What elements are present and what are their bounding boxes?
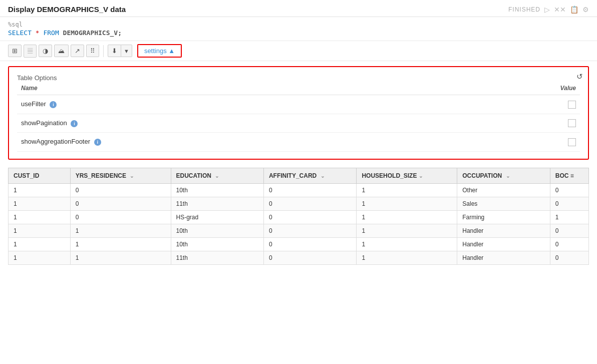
code-star: * xyxy=(36,29,44,37)
table-cell: 1 xyxy=(357,210,457,224)
table-cell: 1 xyxy=(357,224,457,237)
col-sort-icon-edu[interactable]: ⌄ xyxy=(215,173,219,179)
table-cell: HS-grad xyxy=(171,210,263,224)
table-cell: 0 xyxy=(550,224,588,237)
table-cell: 1 xyxy=(70,224,171,237)
page-header: Display DEMOGRAPHICS_V data FINISHED ▷ ✕… xyxy=(0,0,597,17)
table-row: 1110th01Handler0 xyxy=(9,237,589,251)
table-cell: 0 xyxy=(550,237,588,251)
table-cell: 0 xyxy=(550,251,588,264)
main-content: Table Options ↺ Name Value useFilter i xyxy=(0,61,597,270)
table-cell: 1 xyxy=(357,251,457,264)
table-cell: 11th xyxy=(171,197,263,210)
download-dropdown-btn[interactable]: ▼ xyxy=(121,45,132,57)
reset-icon[interactable]: ↺ xyxy=(576,72,583,81)
table-cell: 1 xyxy=(9,251,71,264)
download-btn[interactable]: ⬇ xyxy=(108,45,121,57)
table-cell: 1 xyxy=(357,183,457,197)
table-cell: 0 xyxy=(263,251,356,264)
table-cell: 1 xyxy=(357,237,457,251)
col-sort-icon-yrs[interactable]: ⌄ xyxy=(130,173,134,179)
col-sort-icon-occ[interactable]: ⌄ xyxy=(506,173,510,179)
settings-gear-icon[interactable]: ⚙ xyxy=(582,6,589,14)
toolbar: ⊞ 𝄚 ◑ ⛰ ↗ ⠿ ⬇ ▼ settings ▲ xyxy=(0,41,597,61)
col-header-education[interactable]: EDUCATION ⌄ xyxy=(171,168,263,183)
col-header-yrs[interactable]: YRS_RESIDENCE ⌄ xyxy=(70,168,171,183)
table-cell: 1 xyxy=(550,210,588,224)
col-header-affinity[interactable]: AFFINITY_CARD ⌄ xyxy=(263,168,356,183)
table-cell: 0 xyxy=(263,224,356,237)
name-col-header: Name xyxy=(17,82,460,95)
line-chart-btn[interactable]: ↗ xyxy=(71,45,84,57)
col-header-custid[interactable]: CUST_ID xyxy=(9,168,71,183)
option-row-usefilter: useFilter i xyxy=(17,95,580,114)
option-value-usefilter xyxy=(460,95,580,114)
table-cell: Other xyxy=(457,183,550,197)
options-table: Name Value useFilter i showPaginatio xyxy=(17,82,580,152)
col-header-occupation[interactable]: OCCUPATION ⌄ xyxy=(457,168,550,183)
table-row: 1011th01Sales0 xyxy=(9,197,589,210)
table-options-title: Table Options xyxy=(17,74,57,82)
table-cell: 10th xyxy=(171,183,263,197)
bar-chart-btn[interactable]: 𝄚 xyxy=(24,45,37,58)
checkbox-showaggregation[interactable] xyxy=(568,138,576,146)
option-row-showpagination: showPagination i xyxy=(17,114,580,133)
keyword-from: FROM xyxy=(43,29,59,37)
checkbox-usefilter[interactable] xyxy=(568,101,576,109)
table-cell: 1 xyxy=(70,237,171,251)
table-cell: 0 xyxy=(263,237,356,251)
col-sort-icon-hh[interactable]: ⌄ xyxy=(419,173,423,179)
table-cell: 0 xyxy=(263,210,356,224)
code-tag: %sql xyxy=(8,21,589,28)
table-cell: 0 xyxy=(263,183,356,197)
table-cell: 10th xyxy=(171,237,263,251)
pie-chart-btn[interactable]: ◑ xyxy=(39,45,52,57)
data-table-container: CUST_ID YRS_RESIDENCE ⌄ EDUCATION ⌄ AFFI… xyxy=(8,168,589,265)
option-name-usefilter: useFilter i xyxy=(17,95,460,114)
settings-btn[interactable]: settings ▲ xyxy=(137,44,182,58)
code-area: %sql SELECT * FROM DEMOGRAPHICS_V; xyxy=(0,17,597,41)
col-header-household[interactable]: HOUSEHOLD_SIZE⌄ xyxy=(357,168,457,183)
table-cell: 0 xyxy=(70,210,171,224)
table-cell: 1 xyxy=(9,210,71,224)
scatter-chart-btn[interactable]: ⠿ xyxy=(86,45,99,57)
table-cell: 1 xyxy=(70,251,171,264)
table-view-btn[interactable]: ⊞ xyxy=(8,45,22,57)
col-header-boc[interactable]: BOC ≡ xyxy=(550,168,588,183)
keyword-select: SELECT xyxy=(8,29,32,37)
table-cell: 1 xyxy=(9,183,71,197)
info-icon-usefilter[interactable]: i xyxy=(50,101,57,108)
table-row: 1110th01Handler0 xyxy=(9,224,589,237)
option-value-showaggregation xyxy=(460,133,580,152)
page-title: Display DEMOGRAPHICS_V data xyxy=(8,5,126,14)
col-menu-icon[interactable]: ≡ xyxy=(570,172,574,179)
table-cell: Sales xyxy=(457,197,550,210)
table-cell: 0 xyxy=(550,197,588,210)
table-row: 10HS-grad01Farming1 xyxy=(9,210,589,224)
table-cell: 1 xyxy=(9,224,71,237)
table-cell: 1 xyxy=(9,197,71,210)
table-cell: 0 xyxy=(550,183,588,197)
stop-icon[interactable]: ✕✕ xyxy=(554,6,566,14)
col-sort-icon-aff[interactable]: ⌄ xyxy=(321,173,325,179)
value-col-header: Value xyxy=(460,82,580,95)
table-cell: 1 xyxy=(357,197,457,210)
notebook-icon[interactable]: 📋 xyxy=(570,6,578,14)
toolbar-separator xyxy=(103,45,104,57)
code-line: SELECT * FROM DEMOGRAPHICS_V; xyxy=(8,29,589,37)
table-row: 1010th01Other0 xyxy=(9,183,589,197)
checkbox-showpagination[interactable] xyxy=(568,119,576,127)
table-cell: Handler xyxy=(457,237,550,251)
area-chart-btn[interactable]: ⛰ xyxy=(54,45,69,57)
option-name-showaggregation: showAggregationFooter i xyxy=(17,133,460,152)
table-cell: 0 xyxy=(70,183,171,197)
option-value-showpagination xyxy=(460,114,580,133)
info-icon-showaggregation[interactable]: i xyxy=(94,139,101,146)
table-cell: Handler xyxy=(457,251,550,264)
table-row: 1111th01Handler0 xyxy=(9,251,589,264)
option-name-showpagination: showPagination i xyxy=(17,114,460,133)
run-icon[interactable]: ▷ xyxy=(544,6,550,14)
data-table: CUST_ID YRS_RESIDENCE ⌄ EDUCATION ⌄ AFFI… xyxy=(8,168,589,265)
table-options-panel: Table Options ↺ Name Value useFilter i xyxy=(8,66,589,160)
info-icon-showpagination[interactable]: i xyxy=(71,120,78,127)
